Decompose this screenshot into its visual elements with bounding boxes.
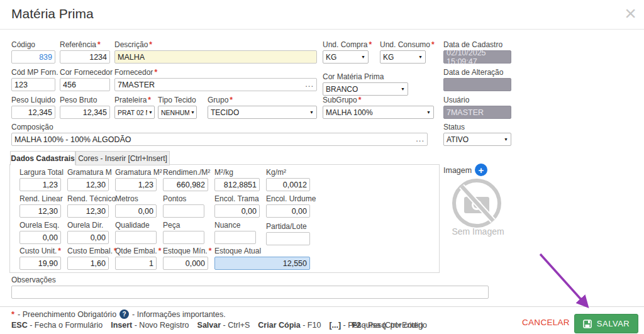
required-mark: * xyxy=(58,247,61,255)
codigo-input[interactable] xyxy=(11,50,55,64)
observacoes-label: Observações xyxy=(11,276,56,284)
usuario-field: Usuário 7MASTER xyxy=(443,96,511,119)
tipo-tecido-label: Tipo Tecido xyxy=(158,96,196,104)
partida-lote-input[interactable] xyxy=(266,232,310,245)
rend-linear-input[interactable] xyxy=(19,204,61,218)
shortcut-esc: ESC - Fecha o Formulário xyxy=(11,321,103,330)
required-legend-text: - Preenchimento Obrigatório xyxy=(18,310,116,319)
m2-kg-input[interactable] xyxy=(214,178,260,191)
footer-divider xyxy=(0,306,644,307)
composicao-field: Composição ... xyxy=(11,123,428,146)
qualidade-input[interactable] xyxy=(115,231,157,244)
nuance-input[interactable] xyxy=(214,231,256,244)
qtde-embal-input[interactable] xyxy=(115,257,157,270)
custo-unit-label: Custo Unit. xyxy=(19,247,57,255)
peso-bruto-input[interactable] xyxy=(60,106,110,119)
no-image-text: Sem Imagem xyxy=(437,226,519,237)
fornecedor-field: Fornecedor* ... xyxy=(114,68,317,91)
save-button[interactable]: SALVAR xyxy=(574,314,638,333)
encol-urdume-input[interactable] xyxy=(266,204,310,218)
gramatura-m-input[interactable] xyxy=(67,178,109,191)
status-select[interactable]: ATIVO▼ xyxy=(443,133,511,146)
largura-total-label: Largura Total xyxy=(19,168,64,177)
estoque-atual-input[interactable] xyxy=(214,257,310,270)
required-mark: * xyxy=(209,247,212,255)
gramatura-m2-input[interactable] xyxy=(115,178,157,191)
chevron-down-icon: ▼ xyxy=(426,110,431,114)
estoque-atual-label: Estoque Atual xyxy=(214,247,261,255)
composicao-input[interactable] xyxy=(11,133,428,146)
fornecedor-lookup-button[interactable]: ... xyxy=(305,80,314,88)
encol-trama-input[interactable] xyxy=(214,204,260,218)
codigo-field: Código xyxy=(11,40,55,64)
required-mark: * xyxy=(431,40,435,49)
rendimen-m2-label: Rendimen./M² xyxy=(163,168,210,177)
peso-liquido-label: Peso Líquido xyxy=(11,96,55,104)
chevron-down-icon: ▼ xyxy=(309,110,314,114)
und-compra-select[interactable]: KG▼ xyxy=(323,50,369,64)
add-image-button[interactable]: + xyxy=(475,164,487,176)
qualidade-label: Qualidade xyxy=(115,221,150,230)
kg-m2-input[interactable] xyxy=(266,178,310,191)
metros-input[interactable] xyxy=(115,204,157,218)
fornecedor-input[interactable] xyxy=(114,78,317,91)
rend-tecnico-input[interactable] xyxy=(67,204,109,218)
estoque-atual-field: Estoque Atual xyxy=(214,247,310,270)
und-compra-label: Und. Compra xyxy=(323,40,367,49)
chevron-down-icon: ▼ xyxy=(401,87,405,91)
peso-bruto-field: Peso Bruto xyxy=(60,96,110,119)
required-mark: * xyxy=(358,96,362,104)
und-compra-field: Und. Compra* KG▼ xyxy=(323,40,369,64)
cor-fornecedor-field: Cor Fornecedor xyxy=(60,68,110,91)
custo-unit-field: Custo Unit.* xyxy=(19,247,61,270)
descricao-input[interactable] xyxy=(114,50,317,64)
encol-urdume-label: Encol. Urdume xyxy=(266,194,316,203)
subgrupo-select[interactable]: MALHA 100%▼ xyxy=(323,106,434,119)
und-consumo-label: Und. Consumo xyxy=(380,40,430,49)
custo-unit-input[interactable] xyxy=(19,257,61,270)
und-consumo-select[interactable]: KG▼ xyxy=(380,50,426,64)
chevron-down-icon: ▼ xyxy=(361,55,365,59)
close-icon[interactable]: × xyxy=(625,1,636,25)
custo-embal-field: Custo Embal.* xyxy=(67,247,109,270)
tab-cores[interactable]: Cores - Inserir [Ctrl+Insert] xyxy=(75,151,170,165)
cor-materia-prima-select[interactable]: BRANCO▼ xyxy=(323,82,408,96)
required-mark: * xyxy=(154,68,157,77)
status-label: Status xyxy=(443,123,465,131)
nuance-label: Nuance xyxy=(214,221,240,230)
descricao-label: Descrição xyxy=(114,40,148,49)
prateleira-select[interactable]: PRAT 02 M▼ xyxy=(114,106,155,119)
observacoes-field: Observações xyxy=(11,276,489,299)
ourela-esq-input[interactable] xyxy=(19,231,61,244)
status-field: Status ATIVO▼ xyxy=(443,123,511,146)
cancel-button[interactable]: CANCELAR xyxy=(522,318,570,327)
referencia-field: Referência* xyxy=(60,40,110,64)
grupo-select[interactable]: TECIDO▼ xyxy=(208,106,317,119)
chevron-down-icon: ▼ xyxy=(504,137,508,142)
estoque-min-field: Estoque Mín.* xyxy=(163,247,208,270)
tipo-tecido-select[interactable]: NENHUM▼ xyxy=(158,106,197,119)
tab-dados-cadastrais[interactable]: Dados Cadastrais xyxy=(10,151,75,165)
peso-liquido-input[interactable] xyxy=(11,106,55,119)
footer-legend: * - Preenchimento Obrigatório ? - Inform… xyxy=(11,309,226,319)
rend-tecnico-label: Rend. Técnico xyxy=(67,194,116,203)
ourela-dir-input[interactable] xyxy=(67,231,109,244)
pontos-input[interactable] xyxy=(163,204,204,218)
composicao-lookup-button[interactable]: ... xyxy=(416,135,425,143)
required-mark: * xyxy=(230,96,233,104)
data-alteracao-field: Data de Alteração xyxy=(443,68,511,91)
subgrupo-label: SubGrupo xyxy=(323,96,357,104)
cor-fornecedor-input[interactable] xyxy=(60,78,110,91)
custo-embal-input[interactable] xyxy=(67,257,109,270)
largura-total-input[interactable] xyxy=(19,178,61,191)
rendimen-m2-input[interactable] xyxy=(163,178,208,191)
ourela-dir-field: Ourela Dir. xyxy=(67,221,109,244)
codigo-label: Código xyxy=(11,40,35,49)
observacoes-input[interactable] xyxy=(11,286,489,299)
referencia-input[interactable] xyxy=(60,50,110,64)
qualidade-field: Qualidade xyxy=(115,221,157,244)
peca-input[interactable] xyxy=(163,231,204,244)
partida-lote-label: Partida/Lote xyxy=(266,222,307,231)
cod-mp-forn-input[interactable] xyxy=(11,78,55,91)
estoque-min-input[interactable] xyxy=(163,257,208,270)
